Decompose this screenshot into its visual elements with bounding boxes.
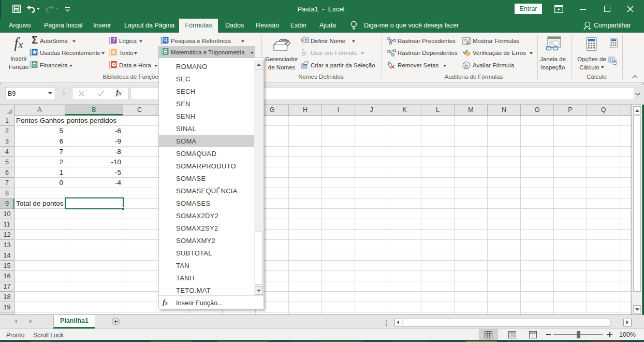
svg-text:A: A (112, 49, 116, 55)
svg-text:fx: fx (467, 40, 470, 45)
svg-text:fx: fx (464, 63, 469, 68)
svg-text:!: ! (467, 51, 469, 56)
svg-text:?: ? (112, 37, 115, 43)
